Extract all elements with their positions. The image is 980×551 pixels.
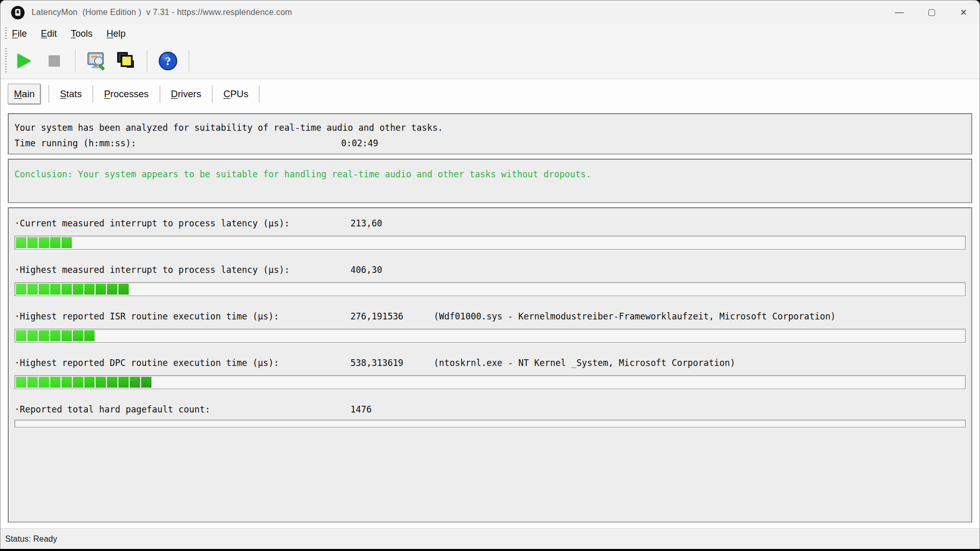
toolbar-gripper[interactable] [5, 48, 7, 73]
bar-segment [16, 237, 26, 248]
measurement-driver-info: (Wdf01000.sys - Kernelmodustreiber-Frame… [434, 310, 836, 323]
help-button[interactable]: ? [157, 50, 179, 72]
minimize-button[interactable]: — [883, 1, 915, 24]
menu-file[interactable]: File [12, 28, 27, 39]
bar-segment [50, 377, 60, 388]
bar-segment [62, 284, 72, 295]
bar-segment [84, 330, 95, 341]
tab-drivers[interactable]: Drivers [171, 84, 202, 104]
bar-segment [118, 377, 129, 388]
measurement-label: ·Reported total hard pagefault count: [14, 403, 350, 416]
status-bar: Status: Ready [1, 528, 979, 549]
bar-segment [27, 284, 38, 295]
measurement-value: 406,30 [350, 264, 434, 276]
latency-progress-bar [14, 282, 966, 296]
title-bar[interactable]: LatencyMon (Home Edition ) v 7.31 - http… [1, 1, 979, 24]
toolbar-separator [75, 50, 75, 72]
analyze-button[interactable] [85, 50, 108, 72]
measurement-value: 538,313619 [350, 357, 434, 369]
maximize-button[interactable] [915, 1, 947, 24]
menubar-gripper[interactable] [5, 27, 7, 40]
measurement-row: ·Current measured interrupt to process l… [14, 217, 966, 250]
conclusion-box: Conclusion: Your system appears to be su… [8, 159, 972, 203]
stop-monitor-button[interactable] [43, 50, 66, 72]
tab-bar: Main Stats Processes Drivers CPUs [1, 79, 979, 109]
time-running-value: 0:02:49 [341, 135, 378, 151]
bar-segment [62, 377, 72, 388]
bar-segment [96, 284, 106, 295]
bar-segment [39, 237, 49, 248]
menu-bar: File Edit Tools Help [1, 24, 979, 43]
menu-help[interactable]: Help [106, 28, 126, 39]
menu-edit[interactable]: Edit [41, 28, 57, 39]
analyze-monitor-icon [86, 51, 106, 71]
window-controls: — ✕ [883, 1, 979, 24]
bar-segment [39, 330, 49, 341]
time-running-line: Time running (h:mm:ss): 0:02:49 [14, 135, 966, 151]
measurement-line: ·Highest reported DPC routine execution … [14, 357, 966, 369]
svg-text:?: ? [165, 55, 171, 68]
bar-segment [84, 284, 95, 295]
measurement-line: ·Highest measured interrupt to process l… [14, 264, 966, 276]
processes-stack-icon [116, 51, 136, 71]
analysis-text: Your system has been analyzed for suitab… [14, 120, 443, 135]
bar-segment [62, 330, 72, 341]
tab-processes[interactable]: Processes [104, 84, 148, 104]
maximize-icon [928, 9, 935, 16]
bar-segment [73, 377, 83, 388]
bar-segment [39, 284, 49, 295]
bar-segment [50, 330, 60, 341]
tab-cpus[interactable]: CPUs [223, 84, 248, 104]
bar-segment [141, 377, 151, 388]
latency-progress-bar [14, 329, 966, 343]
bar-segment [73, 284, 83, 295]
start-monitor-button[interactable] [13, 50, 36, 72]
measurement-label: ·Highest reported ISR routine execution … [14, 310, 350, 323]
processes-button[interactable] [115, 50, 137, 72]
measurements-box: ·Current measured interrupt to process l… [8, 207, 972, 523]
tab-separator [259, 85, 259, 103]
bar-segment [107, 377, 117, 388]
tab-separator [49, 85, 49, 103]
bar-segment [107, 284, 117, 295]
close-icon: ✕ [960, 7, 967, 18]
measurement-row: ·Highest reported ISR routine execution … [14, 310, 966, 343]
bar-segment [130, 377, 140, 388]
bar-segment [84, 377, 95, 388]
measurement-line: ·Reported total hard pagefault count: 14… [14, 403, 966, 416]
main-content: Your system has been analyzed for suitab… [1, 109, 979, 523]
latency-progress-bar [14, 375, 966, 389]
measurement-line: ·Current measured interrupt to process l… [14, 217, 966, 229]
measurement-line: ·Highest reported ISR routine execution … [14, 310, 966, 323]
tab-separator [160, 85, 160, 103]
toolbar-separator [147, 50, 147, 72]
bar-segment [50, 237, 60, 248]
measurement-label: ·Highest measured interrupt to process l… [14, 264, 350, 276]
tab-separator [93, 85, 93, 103]
bar-segment [27, 237, 38, 248]
bar-segment [16, 284, 26, 295]
toolbar: ? [1, 43, 979, 79]
bar-segment [73, 330, 83, 341]
bar-segment [27, 330, 38, 341]
bar-segment [39, 377, 49, 388]
analysis-line: Your system has been analyzed for suitab… [14, 120, 966, 135]
close-button[interactable]: ✕ [947, 1, 979, 24]
toolbar-separator [189, 50, 189, 72]
measurement-row: ·Reported total hard pagefault count: 14… [14, 403, 966, 427]
latency-progress-bar [14, 236, 966, 250]
window-title: LatencyMon (Home Edition ) v 7.31 - http… [32, 8, 292, 17]
measurement-label: ·Highest reported DPC routine execution … [14, 357, 350, 369]
tab-main[interactable]: Main [8, 84, 41, 104]
play-icon [18, 54, 31, 68]
status-text: Status: Ready [5, 534, 57, 544]
tab-stats[interactable]: Stats [60, 84, 82, 104]
menu-tools[interactable]: Tools [71, 28, 93, 39]
help-icon: ? [158, 51, 178, 71]
bar-segment [16, 330, 26, 341]
bar-segment [27, 377, 38, 388]
time-running-label: Time running (h:mm:ss): [14, 135, 341, 151]
measurement-row: ·Highest measured interrupt to process l… [14, 264, 966, 296]
bar-segment [96, 377, 106, 388]
analysis-summary-box: Your system has been analyzed for suitab… [8, 113, 972, 155]
